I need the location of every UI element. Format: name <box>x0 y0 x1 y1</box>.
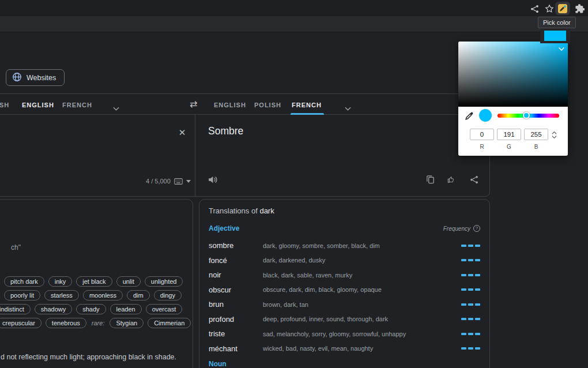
blue-channel-label: B <box>524 144 548 150</box>
chip-row: crepuscular tenebrous rare: Stygian Cimm… <box>0 318 189 328</box>
globe-icon <box>12 72 22 84</box>
chip-row: pitch dark inky jet black unlit unlighte… <box>4 276 189 287</box>
synonym-chip[interactable]: pitch dark <box>4 276 44 287</box>
translation-glosses: brown, dark, tan <box>263 301 461 308</box>
translation-row[interactable]: méchantwicked, bad, nasty, evil, mean, n… <box>209 341 480 356</box>
synonym-chip[interactable]: jet black <box>76 276 112 287</box>
chip-row: poorly lit starless moonless dim dingy <box>4 290 189 301</box>
synonym-chips: pitch dark inky jet black unlit unlighte… <box>0 276 189 332</box>
keyboard-icon[interactable] <box>174 176 183 186</box>
frequency-bars <box>461 274 480 276</box>
synonym-chip[interactable]: crepuscular <box>0 318 42 328</box>
frequency-bars <box>461 333 480 335</box>
synonym-chip[interactable]: unlit <box>116 276 141 287</box>
colorpick-extension-icon[interactable] <box>557 3 568 14</box>
synonym-chip[interactable]: Cimmerian <box>148 318 191 328</box>
target-tab-french[interactable]: FRENCH <box>292 102 322 108</box>
swap-languages-icon[interactable]: ⇄ <box>190 99 197 110</box>
source-tab-fragment[interactable]: SH <box>0 102 9 108</box>
rare-label: rare: <box>92 320 105 326</box>
translations-title: Translations of dark <box>209 206 480 215</box>
clear-source-icon[interactable]: ✕ <box>177 127 187 138</box>
eyedropper-icon[interactable] <box>465 111 474 123</box>
translate-card: SH ENGLISH FRENCH ⇄ ENGLISH POLISH FRENC… <box>0 93 490 197</box>
color-picker-panel: R G B <box>458 42 568 156</box>
synonym-chip[interactable]: Stygian <box>110 318 144 328</box>
green-channel-label: G <box>497 144 521 150</box>
browser-toolbar <box>0 16 588 32</box>
synonym-chip[interactable]: poorly lit <box>4 290 40 301</box>
translation-glosses: wicked, bad, nasty, evil, mean, naughty <box>263 345 461 352</box>
translation-row[interactable]: tristesad, melancholy, sorry, gloomy, so… <box>209 326 480 341</box>
translation-glosses: dark, gloomy, sombre, somber, black, dim <box>263 242 461 249</box>
websites-tab-button[interactable]: Websites <box>6 69 65 86</box>
channel-values-row: R G B <box>458 127 568 156</box>
translation-word: profond <box>209 315 263 324</box>
character-count-row: 4 / 5,000 <box>146 176 191 186</box>
translation-word: sombre <box>209 241 263 250</box>
synonym-chip[interactable]: dingy <box>154 290 182 301</box>
translation-glosses: dark, darkened, dusky <box>263 257 461 264</box>
synonym-chip[interactable]: indistinct <box>0 304 31 314</box>
target-tab-english[interactable]: ENGLISH <box>214 102 246 108</box>
synonym-chip[interactable]: unlighted <box>145 276 183 287</box>
frequency-help-icon[interactable]: ? <box>473 225 480 232</box>
target-languages-chevron-icon[interactable] <box>345 103 351 113</box>
translation-row[interactable]: noirblack, dark, sable, raven, murky <box>209 268 480 283</box>
extensions-puzzle-icon[interactable] <box>575 3 585 14</box>
rate-translation-icon[interactable] <box>447 174 457 185</box>
translation-word: noir <box>209 271 263 279</box>
synonym-chip[interactable]: shadowy <box>35 304 72 314</box>
share-icon[interactable] <box>529 3 540 14</box>
translation-glosses: sad, melancholy, sorry, gloomy, sorrowfu… <box>263 331 461 337</box>
websites-label: Websites <box>27 74 56 82</box>
synonym-chip[interactable]: shady <box>76 304 105 314</box>
synonym-chip[interactable]: moonless <box>83 290 123 301</box>
panel-divider <box>195 115 195 196</box>
green-channel-input[interactable] <box>497 129 521 140</box>
browser-topbar <box>0 0 588 16</box>
synonym-chip[interactable]: dim <box>127 290 150 301</box>
translation-word: obscur <box>209 286 263 294</box>
red-channel-label: R <box>470 144 494 150</box>
saturation-brightness-area[interactable] <box>458 42 568 107</box>
input-tools-caret-icon[interactable] <box>186 176 191 186</box>
collapse-chevron-icon[interactable] <box>558 43 565 54</box>
blue-channel-input[interactable] <box>524 129 548 140</box>
source-languages-chevron-icon[interactable] <box>113 103 119 113</box>
bookmark-star-icon[interactable] <box>544 3 555 14</box>
picked-color-swatch <box>544 31 566 41</box>
synonym-chip[interactable]: tenebrous <box>46 318 86 328</box>
translations-card: Translations of dark Adjective Frequency… <box>199 199 490 368</box>
share-translation-icon[interactable] <box>469 174 479 185</box>
synonym-chip[interactable]: leaden <box>110 304 142 314</box>
translation-row[interactable]: sombredark, gloomy, sombre, somber, blac… <box>209 238 480 253</box>
synonym-chip[interactable]: starless <box>44 290 79 301</box>
translation-word: brun <box>209 300 263 309</box>
color-format-toggle-icon[interactable] <box>552 131 557 141</box>
translation-word: triste <box>209 329 263 338</box>
translation-word: méchant <box>209 344 263 353</box>
translation-row[interactable]: profonddeep, profound, inner, sound, tho… <box>209 312 480 327</box>
frequency-bars <box>461 347 480 350</box>
pick-color-tooltip: Pick color <box>538 17 576 28</box>
translation-row[interactable]: obscurobscure, dark, dim, black, gloomy,… <box>209 283 480 298</box>
part-of-speech-label: Adjective <box>209 224 239 232</box>
listen-translation-icon[interactable] <box>208 174 218 185</box>
synonym-chip[interactable]: inky <box>48 276 73 287</box>
translation-glosses: deep, profound, inner, sound, thorough, … <box>263 316 461 322</box>
source-tab-english[interactable]: ENGLISH <box>22 102 54 108</box>
source-tab-french[interactable]: FRENCH <box>62 102 92 108</box>
translation-row[interactable]: foncédark, darkened, dusky <box>209 253 480 268</box>
translation-result: Sombre <box>208 125 243 137</box>
synonym-chip[interactable]: overcast <box>146 304 183 314</box>
translation-rows: sombredark, gloomy, sombre, somber, blac… <box>209 238 480 356</box>
active-tab-underline <box>291 113 324 115</box>
frequency-bars <box>461 318 480 320</box>
hue-slider-thumb[interactable] <box>523 112 530 119</box>
frequency-label: Frequency ? <box>443 225 480 232</box>
copy-translation-icon[interactable] <box>425 174 435 185</box>
translation-row[interactable]: brunbrown, dark, tan <box>209 297 480 312</box>
target-tab-polish[interactable]: POLISH <box>254 102 281 108</box>
red-channel-input[interactable] <box>470 129 494 140</box>
